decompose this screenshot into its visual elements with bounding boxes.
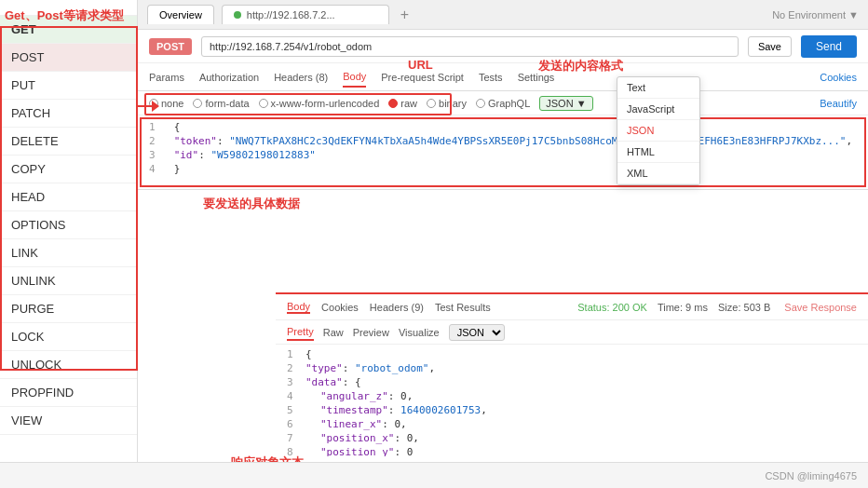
tab-pre-request[interactable]: Pre-request Script — [381, 68, 464, 87]
sidebar-item-lock[interactable]: LOCK — [0, 323, 137, 351]
tab-params[interactable]: Params — [149, 68, 184, 87]
dropdown-html[interactable]: HTML — [617, 142, 699, 163]
status-info: Status: 200 OK Time: 9 ms Size: 503 B Sa… — [577, 302, 857, 313]
code-line-1: 1 { — [149, 121, 857, 133]
response-header: Body Cookies Headers (9) Test Results St… — [276, 294, 868, 320]
sidebar-item-unlink[interactable]: UNLINK — [0, 267, 137, 295]
radio-graphql — [476, 99, 485, 108]
urlencoded-label: x-www-form-urlencoded — [271, 98, 380, 109]
resp-line-8: 8"position_y": 0 — [287, 446, 857, 456]
body-type-bar: none form-data x-www-form-urlencoded raw… — [138, 91, 868, 115]
response-size: Size: 503 B — [718, 302, 770, 313]
tab-tests[interactable]: Tests — [479, 68, 503, 87]
raw-label: raw — [400, 98, 417, 109]
json-format-badge[interactable]: JSON ▼ — [539, 96, 592, 111]
sidebar-item-post[interactable]: POST — [0, 44, 137, 72]
overview-tab-label: Overview — [159, 9, 202, 20]
request-tabs-bar: Params Authorization Headers (8) Body Pr… — [138, 63, 868, 91]
option-raw[interactable]: raw — [388, 98, 417, 109]
beautify-link[interactable]: Beautify — [820, 98, 857, 109]
sidebar-item-unlock[interactable]: UNLOCK — [0, 351, 137, 379]
status-ok: Status: 200 OK — [577, 302, 647, 313]
sidebar-item-patch[interactable]: PATCH — [0, 100, 137, 128]
sidebar-items-container: GETPOSTPUTPATCHDELETECOPYHEADOPTIONSLINK… — [0, 16, 137, 435]
graphql-label: GraphQL — [488, 98, 530, 109]
attribution: CSDN @liming4675 — [765, 470, 857, 481]
option-urlencoded[interactable]: x-www-form-urlencoded — [259, 98, 380, 109]
resp-tab-raw[interactable]: Raw — [323, 325, 344, 340]
tab-authorization[interactable]: Authorization — [199, 68, 259, 87]
tab-headers[interactable]: Headers (8) — [274, 68, 328, 87]
sidebar-item-put[interactable]: PUT — [0, 72, 137, 100]
send-button[interactable]: Send — [801, 35, 857, 58]
annotation-request-data: 要发送的具体数据 — [203, 196, 300, 212]
sidebar-item-head[interactable]: HEAD — [0, 183, 137, 211]
binary-label: binary — [439, 98, 467, 109]
tab-dot — [234, 11, 241, 19]
code-line-2: 2 "token": "NWQ7TkPAX8HC2c3QdEKFYN4kTbXa… — [149, 135, 857, 147]
response-code: 1{ 2"type": "robot_odom", 3"data": { 4"a… — [276, 345, 868, 456]
response-format-select[interactable]: JSON — [449, 324, 505, 341]
resp-line-5: 5"timestamp": 1640002601753, — [287, 404, 857, 416]
none-label: none — [161, 98, 183, 109]
resp-line-3: 3"data": { — [287, 376, 857, 388]
sidebar-item-link[interactable]: LINK — [0, 239, 137, 267]
sidebar-item-purge[interactable]: PURGE — [0, 295, 137, 323]
browser-tab-overview[interactable]: Overview — [147, 5, 214, 24]
footer: CSDN @liming4675 — [0, 462, 868, 488]
sidebar-item-delete[interactable]: DELETE — [0, 128, 137, 156]
response-tab-body[interactable]: Body — [287, 301, 310, 314]
response-area: Body Cookies Headers (9) Test Results St… — [276, 292, 868, 460]
dropdown-text[interactable]: Text — [617, 77, 699, 99]
tab-settings[interactable]: Settings — [518, 68, 555, 87]
env-label: No Environment — [772, 9, 846, 20]
browser-tabs: Overview http://192.168.7.2... + No Envi… — [138, 0, 868, 30]
sidebar-item-options[interactable]: OPTIONS — [0, 211, 137, 239]
sidebar-item-propfind[interactable]: PROPFIND — [0, 379, 137, 407]
sidebar-item-view[interactable]: VIEW — [0, 407, 137, 435]
option-form-data[interactable]: form-data — [193, 98, 249, 109]
resp-line-2: 2"type": "robot_odom", — [287, 362, 857, 374]
method-badge: POST — [149, 38, 192, 55]
cookies-link[interactable]: Cookies — [820, 72, 857, 83]
save-button[interactable]: Save — [748, 36, 792, 57]
code-line-4: 4 } — [149, 163, 857, 175]
add-tab-button[interactable]: + — [400, 7, 409, 23]
resp-tab-visualize[interactable]: Visualize — [399, 325, 440, 340]
response-tab-cookies[interactable]: Cookies — [321, 302, 359, 313]
resp-line-1: 1{ — [287, 348, 857, 360]
sidebar-header — [0, 0, 137, 16]
url-input[interactable] — [201, 36, 739, 57]
resp-line-6: 6"linear_x": 0, — [287, 418, 857, 430]
response-tab-test-results[interactable]: Test Results — [435, 302, 491, 313]
radio-binary — [427, 99, 436, 108]
environment-selector[interactable]: No Environment ▼ — [772, 9, 859, 20]
tab-body[interactable]: Body — [343, 67, 366, 88]
resp-tab-pretty[interactable]: Pretty — [287, 324, 314, 341]
dropdown-xml[interactable]: XML — [617, 163, 699, 184]
sidebar-item-get[interactable]: GET — [0, 16, 137, 44]
postman-header: POST Save Send — [138, 30, 868, 63]
sidebar: GETPOSTPUTPATCHDELETECOPYHEADOPTIONSLINK… — [0, 0, 138, 488]
option-binary[interactable]: binary — [427, 98, 467, 109]
resp-line-7: 7"position_x": 0, — [287, 432, 857, 444]
sidebar-item-copy[interactable]: COPY — [0, 156, 137, 183]
response-tab-headers[interactable]: Headers (9) — [370, 302, 424, 313]
form-data-label: form-data — [205, 98, 249, 109]
resp-line-4: 4"angular_z": 0, — [287, 390, 857, 402]
code-editor[interactable]: 1 { 2 "token": "NWQ7TkPAX8HC2c3QdEKFYN4k… — [138, 115, 868, 190]
option-graphql[interactable]: GraphQL — [476, 98, 530, 109]
radio-urlencoded — [259, 99, 268, 108]
resp-tab-preview[interactable]: Preview — [353, 325, 389, 340]
response-sub-bar: Pretty Raw Preview Visualize JSON — [276, 320, 868, 345]
save-response-button[interactable]: Save Response — [784, 302, 857, 313]
dropdown-javascript[interactable]: JavaScript — [617, 99, 699, 120]
radio-form-data — [193, 99, 202, 108]
dropdown-json[interactable]: JSON — [617, 120, 699, 142]
radio-none — [149, 99, 158, 108]
radio-raw — [388, 99, 398, 108]
response-time: Time: 9 ms — [658, 302, 708, 313]
browser-tab-url[interactable]: http://192.168.7.2... — [222, 5, 389, 24]
content-type-dropdown: Text JavaScript JSON HTML XML — [617, 76, 700, 185]
option-none[interactable]: none — [149, 98, 183, 109]
